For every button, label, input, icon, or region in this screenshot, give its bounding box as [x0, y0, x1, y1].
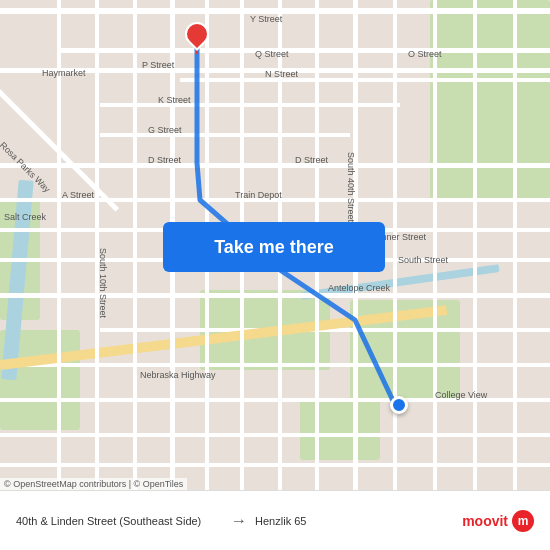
map-copyright: © OpenStreetMap contributors | © OpenTil…: [0, 478, 187, 490]
road: [0, 463, 550, 467]
road: [0, 68, 550, 73]
take-me-there-button[interactable]: Take me there: [163, 222, 385, 272]
road: [433, 0, 437, 490]
road: [57, 0, 61, 490]
map-container: Y Street Q Street N Street O Street K St…: [0, 0, 550, 490]
destination-pin: [185, 22, 209, 54]
road: [0, 198, 550, 202]
moovit-text: moovit: [462, 513, 508, 529]
road: [0, 433, 550, 437]
moovit-logo: moovit m: [462, 510, 534, 532]
road: [180, 78, 550, 82]
road: [0, 293, 550, 298]
origin-dot: [390, 396, 408, 414]
road: [473, 0, 477, 490]
road: [513, 0, 517, 490]
road: [0, 8, 550, 14]
road: [100, 133, 350, 137]
park-area: [430, 0, 550, 200]
origin-label: 40th & Linden Street (Southeast Side): [16, 515, 223, 527]
destination-label: Henzlik 65: [255, 515, 462, 527]
road: [0, 363, 550, 367]
park-area: [300, 400, 380, 460]
road: [95, 0, 99, 490]
road: [133, 0, 137, 490]
road: [393, 0, 397, 490]
road: [0, 398, 550, 402]
bottom-bar: 40th & Linden Street (Southeast Side) → …: [0, 490, 550, 550]
moovit-dot-icon: m: [512, 510, 534, 532]
arrow-icon: →: [231, 512, 247, 530]
pin-head: [180, 17, 214, 51]
road: [0, 163, 550, 168]
